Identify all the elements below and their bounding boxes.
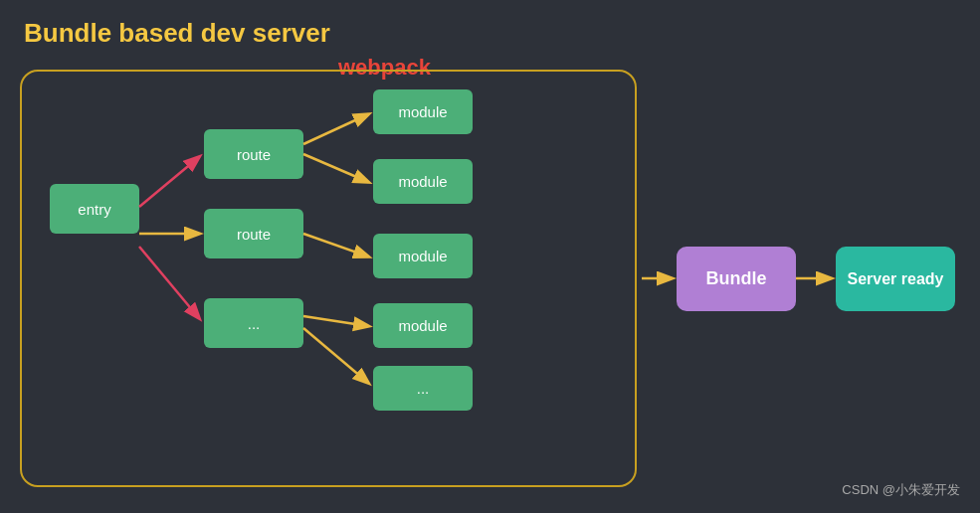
dots1-node: ... (204, 298, 303, 348)
module1-node: module (373, 89, 473, 134)
watermark: CSDN @小朱爱开发 (842, 481, 960, 499)
main-diagram-box (20, 70, 637, 487)
bundle-node: Bundle (677, 247, 796, 311)
module4-node: module (373, 303, 473, 348)
module2-node: module (373, 159, 473, 204)
route1-node: route (204, 129, 303, 179)
dots2-node: ... (373, 366, 473, 411)
route2-node: route (204, 209, 303, 258)
entry-node: entry (50, 184, 139, 234)
module3-node: module (373, 234, 473, 278)
server-ready-node: Server ready (836, 247, 955, 311)
page-title: Bundle based dev server (24, 18, 330, 49)
